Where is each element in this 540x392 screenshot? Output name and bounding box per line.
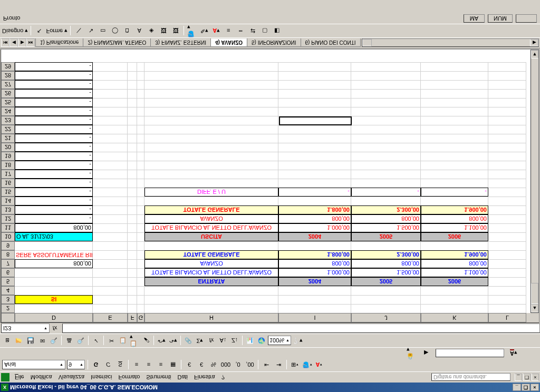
cell[interactable] <box>421 62 488 71</box>
cell[interactable] <box>128 89 137 98</box>
cell[interactable]: - <box>15 89 93 98</box>
row-header[interactable]: 14 <box>1 197 15 205</box>
cell[interactable]: 1.100,00 <box>421 223 488 232</box>
tab-nav-last[interactable]: ⏭ <box>26 39 35 47</box>
cell[interactable] <box>137 268 144 277</box>
row-header[interactable]: 5 <box>1 277 15 286</box>
cell[interactable] <box>128 259 137 268</box>
cell[interactable]: USCITA <box>144 232 278 241</box>
cell[interactable]: TOTALE BILANCIO AL NETTO DELL'AVANZO <box>144 268 278 277</box>
cell[interactable] <box>93 161 128 170</box>
macro-icon[interactable]: ▶ <box>421 348 431 358</box>
fill-color-button[interactable]: 🪣▾ <box>302 360 312 370</box>
font-name-combo[interactable]: Arial▼ <box>2 360 65 370</box>
thousands-button[interactable]: 000 <box>220 360 231 370</box>
cell[interactable]: - <box>15 125 93 134</box>
cell[interactable]: 1.800,00 <box>278 250 351 259</box>
zoom-combo[interactable]: 100%▼ <box>268 336 291 346</box>
cell[interactable]: - <box>15 197 93 205</box>
cell[interactable]: 2006 <box>421 277 488 286</box>
rectangle-icon[interactable]: ▭ <box>98 26 108 36</box>
cell[interactable]: 1.900,00 <box>421 250 488 259</box>
cell[interactable] <box>93 250 128 259</box>
cell[interactable] <box>488 268 526 277</box>
cell[interactable] <box>93 116 128 125</box>
cell[interactable] <box>421 152 488 161</box>
cell[interactable] <box>278 241 351 250</box>
cell[interactable] <box>351 179 421 188</box>
cell[interactable] <box>93 241 128 250</box>
cell[interactable] <box>137 179 144 188</box>
line-style-icon[interactable]: ≡ <box>223 26 234 36</box>
cell[interactable] <box>488 232 526 241</box>
cell[interactable] <box>144 304 278 313</box>
cell[interactable] <box>144 161 278 170</box>
cell[interactable]: - <box>15 107 93 116</box>
select-all-corner[interactable] <box>1 313 15 322</box>
font-color-button[interactable]: A▾ <box>314 360 324 370</box>
doc-minimize-button[interactable]: _ <box>515 374 522 381</box>
cell[interactable]: 800,00 <box>421 259 488 268</box>
cell[interactable]: TOTALE BILANCIO AL NETTO DELL'AVANZO <box>144 223 278 232</box>
cell[interactable] <box>137 259 144 268</box>
print-preview-button[interactable]: 🔍 <box>75 336 86 346</box>
cell[interactable] <box>137 214 144 223</box>
row-header[interactable]: 28 <box>1 71 15 80</box>
row-header[interactable]: 7 <box>1 259 15 268</box>
new-button[interactable]: 🗎 <box>2 336 13 346</box>
cell[interactable] <box>128 277 137 286</box>
cell[interactable] <box>278 89 351 98</box>
cell[interactable]: - <box>15 71 93 80</box>
cell[interactable]: 800,00 <box>15 259 93 268</box>
cell[interactable] <box>144 71 278 80</box>
forme-menu[interactable]: Forme ▾ <box>46 27 68 34</box>
cell[interactable] <box>137 80 144 89</box>
scroll-thumb[interactable] <box>531 283 538 304</box>
cell[interactable] <box>278 98 351 107</box>
cell[interactable] <box>128 250 137 259</box>
col-header[interactable]: L <box>488 313 526 322</box>
cell[interactable] <box>351 170 421 179</box>
cell[interactable] <box>421 98 488 107</box>
cell[interactable]: - <box>15 179 93 188</box>
percent-button[interactable]: % <box>208 360 219 370</box>
cell[interactable]: 800,00 <box>351 259 421 268</box>
dash-style-icon[interactable]: ┅ <box>235 26 246 36</box>
cell[interactable]: SERE ASSOLUTAMENTE RIPETUTI ! <box>15 250 93 259</box>
cell[interactable] <box>351 295 421 304</box>
cell[interactable] <box>137 197 144 205</box>
cell[interactable] <box>488 116 526 125</box>
cell[interactable] <box>128 205 137 214</box>
formula-bar[interactable] <box>62 324 540 334</box>
font-color-icon[interactable]: A▾ <box>211 26 221 36</box>
cell[interactable]: 800,00 <box>278 259 351 268</box>
cell[interactable] <box>144 125 278 134</box>
menu-inserisci[interactable]: Inserisci <box>88 373 115 381</box>
menu-formato[interactable]: Formato <box>115 373 143 381</box>
col-header[interactable]: I <box>278 313 351 322</box>
cell[interactable] <box>488 304 526 313</box>
sheet-tab[interactable]: 5) INFORMAZIONI <box>247 39 301 47</box>
cell[interactable] <box>421 197 488 205</box>
cell[interactable] <box>137 62 144 71</box>
textbox-icon[interactable]: 🗒 <box>122 26 132 36</box>
cell[interactable] <box>93 259 128 268</box>
cell[interactable] <box>421 107 488 116</box>
menu-visualizza[interactable]: Visualizza <box>55 373 88 381</box>
email-button[interactable]: ✉ <box>37 336 47 346</box>
cell[interactable] <box>351 241 421 250</box>
close-button[interactable]: × <box>531 384 539 391</box>
save-button[interactable]: 💾 <box>25 336 36 346</box>
picture-icon[interactable]: 🖼 <box>170 26 181 36</box>
hscroll-right-button[interactable]: ▶ <box>530 40 538 47</box>
cell[interactable] <box>137 205 144 214</box>
cell[interactable] <box>137 241 144 250</box>
cell[interactable] <box>144 241 278 250</box>
cell[interactable] <box>128 179 137 188</box>
cell[interactable] <box>144 295 278 304</box>
align-left-button[interactable]: ≡ <box>131 360 142 370</box>
cell[interactable] <box>351 304 421 313</box>
cell[interactable] <box>93 197 128 205</box>
menu-file[interactable]: FFileile <box>12 373 27 381</box>
cell[interactable] <box>93 277 128 286</box>
